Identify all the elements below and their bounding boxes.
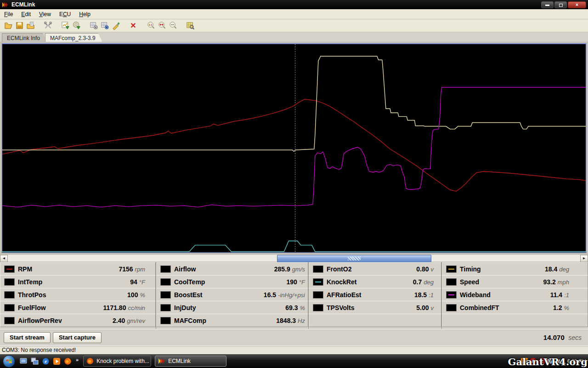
param-value: 1848.3 (276, 317, 296, 324)
scroll-left-arrow[interactable]: ◄ (0, 255, 8, 262)
param-row-tpsvolts[interactable]: TPSVolts5.00v (309, 301, 441, 314)
elapsed-time: 14.070 secs (543, 334, 582, 342)
start-capture-button[interactable]: Start capture (53, 332, 102, 343)
param-row-afratioest[interactable]: AFRatioEst18.5:1 (309, 288, 441, 301)
param-row-airflowperrev[interactable]: AirflowPerRev2.40gm/rev (0, 314, 156, 327)
param-value: 7156 (119, 265, 133, 273)
param-swatch[interactable] (313, 291, 323, 299)
log-table-config-button[interactable] (99, 20, 110, 31)
param-row-cooltemp[interactable]: CoolTemp190°F (156, 275, 308, 288)
param-swatch[interactable] (160, 304, 171, 311)
param-swatch[interactable] (446, 304, 457, 311)
menu-item-ecu[interactable]: ECU (55, 10, 75, 19)
param-label: CoolTemp (174, 278, 205, 286)
scrollbar-track[interactable] (8, 255, 580, 262)
export-chart-button[interactable] (60, 20, 71, 31)
param-value: 0.80 (416, 265, 429, 273)
param-swatch[interactable] (313, 265, 323, 273)
param-row-rpm[interactable]: RPM7156rpm (0, 262, 156, 276)
param-reading: 16.5-inHg/+psi (264, 291, 305, 299)
param-row-inttemp[interactable]: IntTemp94°F (0, 275, 156, 288)
toolbar: ✕ 1:1 (0, 19, 588, 32)
menu-item-help[interactable]: Help (75, 10, 95, 19)
param-swatch[interactable] (313, 304, 323, 311)
param-swatch[interactable] (4, 317, 15, 324)
param-row-boostest[interactable]: BoostEst16.5-inHg/+psi (156, 288, 308, 301)
windows-logo-icon (6, 358, 12, 364)
menu-item-file[interactable]: File (0, 10, 17, 19)
scroll-right-arrow[interactable]: ► (580, 255, 588, 262)
svg-text:1:1: 1:1 (148, 23, 152, 26)
param-unit: v (431, 266, 434, 273)
start-button[interactable] (3, 355, 15, 368)
ecmlink-app-icon (158, 357, 165, 365)
menu-item-view[interactable]: View (35, 10, 55, 19)
param-unit: Hz (298, 317, 305, 324)
param-swatch[interactable] (4, 278, 15, 286)
param-unit: gm/rev (127, 317, 145, 324)
status-bar: COM3: No response received! (0, 345, 588, 354)
param-swatch[interactable] (160, 317, 171, 324)
zoom-horizontal-button[interactable] (156, 20, 167, 31)
param-row-throtpos[interactable]: ThrotPos100% (0, 288, 156, 301)
scrollbar-grip (348, 257, 361, 260)
grid-zoom-button[interactable] (185, 20, 196, 31)
restore-button[interactable] (554, 1, 567, 8)
open-log-button[interactable] (3, 20, 14, 31)
start-stream-button[interactable]: Start stream (4, 332, 51, 343)
param-row-speed[interactable]: Speed93.2mph (442, 275, 588, 288)
param-row-knockret[interactable]: KnockRet0.7deg (309, 275, 441, 288)
scrollbar-thumb[interactable] (277, 255, 431, 262)
log-table-settings-button[interactable] (88, 20, 99, 31)
delete-button[interactable]: ✕ (128, 20, 139, 31)
param-swatch[interactable] (4, 291, 15, 299)
param-row-fronto2[interactable]: FrontO20.80v (309, 262, 441, 276)
window-switcher-icon[interactable] (31, 357, 39, 365)
close-log-button[interactable] (25, 20, 36, 31)
param-swatch[interactable] (446, 265, 457, 273)
quick-launch-overflow-chevron[interactable]: » (76, 357, 79, 362)
param-swatch[interactable] (313, 278, 323, 286)
close-button[interactable]: × (568, 1, 586, 8)
media-player-icon[interactable] (53, 357, 61, 365)
param-label: AFRatioEst (327, 291, 361, 299)
show-desktop-icon[interactable] (20, 357, 28, 365)
trace-color-line (448, 294, 454, 295)
param-reading: 18.5:1 (414, 291, 434, 299)
minimize-button[interactable] (541, 1, 554, 8)
param-row-timing[interactable]: Timing18.4deg (442, 262, 588, 276)
param-swatch[interactable] (4, 304, 15, 311)
param-row-wideband[interactable]: Wideband11.4:1 (442, 288, 588, 301)
save-log-button[interactable] (14, 20, 25, 31)
taskbar-task-ecmlink[interactable]: ECMLink (155, 356, 226, 367)
param-row-injduty[interactable]: InjDuty69.3% (156, 301, 308, 314)
param-swatch[interactable] (4, 265, 15, 273)
tab-ecmlink-info[interactable]: ECMLink Info (2, 33, 47, 42)
flash-tool-button[interactable] (110, 20, 121, 31)
param-reading: 190°F (287, 278, 305, 286)
internet-explorer-icon[interactable]: e (42, 357, 50, 365)
controls-row: Start stream Start capture 14.070 secs (0, 329, 588, 345)
tab-mafcomp[interactable]: MAFcomp_2.3-3.9 (45, 33, 102, 42)
param-row-fuelflow[interactable]: FuelFlow1171.80cc/min (0, 301, 156, 314)
trace-color-line (315, 282, 321, 282)
param-row-combinedft[interactable]: CombinedFT1.2% (442, 301, 588, 314)
param-swatch[interactable] (160, 265, 171, 273)
zoom-custom-button[interactable] (167, 20, 178, 31)
param-reading: 0.80v (416, 265, 434, 273)
zoom-one-to-one-button[interactable]: 1:1 (145, 20, 156, 31)
menu-item-edit[interactable]: Edit (17, 10, 35, 19)
param-row-airflow[interactable]: Airflow285.9gm/s (156, 262, 308, 276)
param-row-mafcomp[interactable]: MAFComp1848.3Hz (156, 314, 308, 327)
param-swatch[interactable] (446, 291, 457, 299)
param-swatch[interactable] (160, 278, 171, 286)
chart-plot[interactable] (1, 43, 587, 253)
export-disc-button[interactable] (71, 20, 82, 31)
param-unit: % (300, 305, 305, 311)
settings-tools-button[interactable] (42, 20, 53, 31)
param-swatch[interactable] (160, 291, 171, 299)
firefox-icon[interactable] (64, 357, 72, 365)
taskbar-task-firefox[interactable]: Knock problem with... (83, 356, 151, 367)
param-swatch[interactable] (446, 278, 457, 286)
param-column-2: Airflow285.9gm/sCoolTemp190°FBoostEst16.… (156, 262, 309, 329)
